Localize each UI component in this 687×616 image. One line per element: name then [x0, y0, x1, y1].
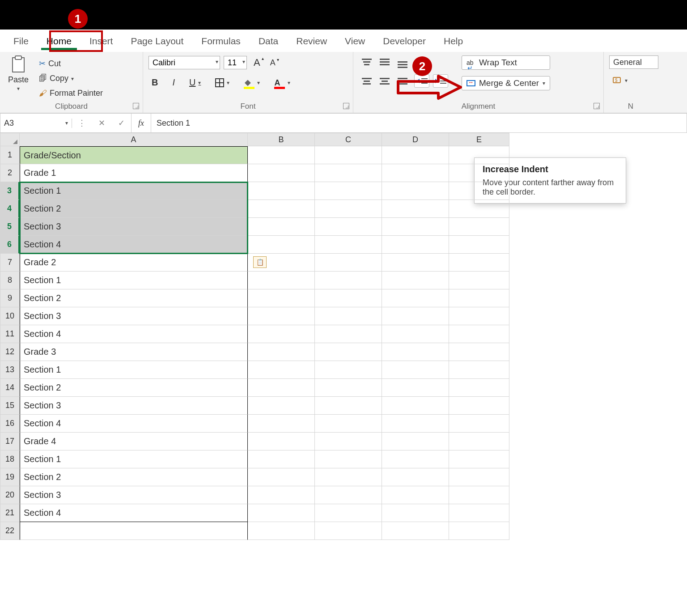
- align-center-button[interactable]: [377, 75, 393, 87]
- row-header[interactable]: 17: [0, 433, 20, 450]
- cell[interactable]: Section 4: [20, 325, 248, 343]
- cell[interactable]: [248, 522, 315, 540]
- wrap-text-button[interactable]: Wrap Text: [462, 55, 550, 70]
- enter-formula-button[interactable]: ✓: [111, 113, 131, 133]
- cell[interactable]: [315, 307, 382, 325]
- cell[interactable]: Section 3: [20, 218, 248, 236]
- cell[interactable]: [449, 450, 509, 468]
- cell[interactable]: [248, 450, 315, 468]
- row-header[interactable]: 4: [0, 200, 20, 218]
- row-header[interactable]: 6: [0, 236, 20, 254]
- row-header[interactable]: 19: [0, 468, 20, 486]
- underline-button[interactable]: U ▾: [186, 76, 204, 89]
- cell[interactable]: [382, 361, 449, 379]
- align-right-button[interactable]: [394, 75, 411, 87]
- cell[interactable]: [315, 379, 382, 397]
- cell[interactable]: Grade 3: [20, 343, 248, 361]
- tab-data[interactable]: Data: [250, 30, 287, 52]
- cell[interactable]: [248, 325, 315, 343]
- cell[interactable]: [248, 146, 315, 164]
- row-header[interactable]: 15: [0, 397, 20, 415]
- cell[interactable]: [449, 343, 509, 361]
- cell[interactable]: [248, 361, 315, 379]
- cut-button[interactable]: Cut: [36, 57, 106, 70]
- cell[interactable]: [449, 361, 509, 379]
- cell[interactable]: [382, 146, 449, 164]
- fill-color-button[interactable]: ▾: [241, 77, 263, 89]
- cell[interactable]: Grade/Section: [20, 146, 248, 164]
- fx-label[interactable]: fx: [131, 113, 151, 133]
- tab-view[interactable]: View: [336, 30, 374, 52]
- cell[interactable]: Section 1: [20, 361, 248, 379]
- cell[interactable]: [248, 343, 315, 361]
- column-header-E[interactable]: E: [449, 133, 509, 146]
- increase-indent-button[interactable]: [433, 74, 448, 88]
- cell[interactable]: Section 3: [20, 397, 248, 415]
- cell[interactable]: [315, 522, 382, 540]
- decrease-font-size-button[interactable]: A▾: [267, 57, 279, 69]
- cell[interactable]: [315, 182, 382, 200]
- cell[interactable]: [315, 289, 382, 307]
- cell[interactable]: [315, 272, 382, 289]
- cell[interactable]: [248, 379, 315, 397]
- cell[interactable]: [382, 218, 449, 236]
- row-header[interactable]: 5: [0, 218, 20, 236]
- row-header[interactable]: 3: [0, 182, 20, 200]
- cancel-formula-button[interactable]: ✕: [92, 113, 111, 133]
- tab-formulas[interactable]: Formulas: [192, 30, 250, 52]
- cell[interactable]: Section 4: [20, 236, 248, 254]
- cell[interactable]: [248, 433, 315, 450]
- row-header[interactable]: 10: [0, 307, 20, 325]
- cell[interactable]: Section 2: [20, 289, 248, 307]
- cell[interactable]: Section 1: [20, 272, 248, 289]
- row-header[interactable]: 11: [0, 325, 20, 343]
- row-header[interactable]: 2: [0, 164, 20, 182]
- cell[interactable]: [382, 450, 449, 468]
- cell[interactable]: [382, 200, 449, 218]
- cell[interactable]: [248, 504, 315, 522]
- orientation-button[interactable]: ab ▾: [414, 55, 434, 68]
- bold-button[interactable]: B: [148, 76, 161, 89]
- chevron-down-icon[interactable]: ▾: [17, 85, 20, 92]
- tab-help[interactable]: Help: [435, 30, 472, 52]
- merge-center-button[interactable]: Merge & Center▾: [462, 76, 550, 90]
- format-painter-button[interactable]: Format Painter: [36, 87, 106, 99]
- column-header-D[interactable]: D: [382, 133, 449, 146]
- align-bottom-button[interactable]: [394, 55, 411, 68]
- font-name-combo[interactable]: [148, 56, 220, 69]
- cell[interactable]: [315, 164, 382, 182]
- cell[interactable]: [248, 164, 315, 182]
- cell[interactable]: [449, 468, 509, 486]
- tab-developer[interactable]: Developer: [374, 30, 435, 52]
- cell[interactable]: [382, 307, 449, 325]
- cell[interactable]: [449, 182, 509, 200]
- number-format-combo[interactable]: General: [609, 55, 658, 69]
- cell[interactable]: [315, 254, 382, 272]
- cell[interactable]: [449, 415, 509, 433]
- paste-options-button[interactable]: 📋: [253, 256, 267, 268]
- cell[interactable]: [449, 272, 509, 289]
- cell[interactable]: [382, 343, 449, 361]
- borders-button[interactable]: ▾: [212, 77, 233, 89]
- cell[interactable]: Section 1: [20, 182, 248, 200]
- cell[interactable]: [315, 343, 382, 361]
- row-header[interactable]: 22: [0, 522, 20, 540]
- cell[interactable]: [315, 468, 382, 486]
- cell[interactable]: [449, 164, 509, 182]
- cell[interactable]: Section 4: [20, 504, 248, 522]
- cell[interactable]: Section 3: [20, 486, 248, 504]
- cell[interactable]: [382, 504, 449, 522]
- column-header-A[interactable]: A: [20, 133, 248, 146]
- dialog-launcher-icon[interactable]: [343, 103, 349, 109]
- tab-insert[interactable]: Insert: [81, 30, 122, 52]
- row-header[interactable]: 13: [0, 361, 20, 379]
- cell[interactable]: [449, 218, 509, 236]
- cell[interactable]: [248, 272, 315, 289]
- cell[interactable]: [449, 522, 509, 540]
- cell[interactable]: Grade 4: [20, 433, 248, 450]
- cell[interactable]: Section 3: [20, 307, 248, 325]
- cell[interactable]: [315, 218, 382, 236]
- row-header[interactable]: 16: [0, 415, 20, 433]
- cell[interactable]: [382, 415, 449, 433]
- cell[interactable]: [315, 433, 382, 450]
